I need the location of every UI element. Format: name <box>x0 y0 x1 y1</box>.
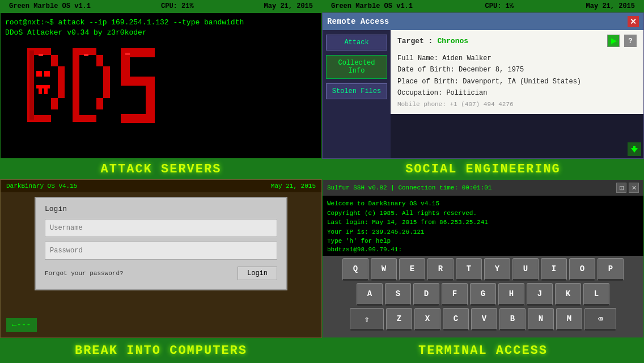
info-full-name: Full Name: Aiden Walker <box>397 53 637 64</box>
key-i[interactable]: I <box>541 258 567 281</box>
key-l[interactable]: L <box>583 283 609 306</box>
password-input[interactable] <box>45 242 277 260</box>
darkbinary-date: May 21, 2015 <box>271 183 316 189</box>
stolen-files-button[interactable]: Stolen Files <box>326 83 387 99</box>
ra-title: Remote Access <box>327 17 389 26</box>
key-o[interactable]: O <box>569 258 595 281</box>
keyboard: Q W E R T Y U I O P A S D F G H J K L <box>323 256 643 337</box>
keyboard-row-1: Q W E R T Y U I O P <box>327 258 639 281</box>
svg-rect-3 <box>51 55 58 66</box>
key-f[interactable]: F <box>442 283 468 306</box>
key-q[interactable]: Q <box>342 258 368 281</box>
key-v[interactable]: V <box>471 308 497 331</box>
key-e[interactable]: E <box>399 258 425 281</box>
break-into-computers-section-label: BREAK INTO COMPUTERS <box>0 338 322 363</box>
keyboard-row-2: A S D F G H J K L <box>327 283 639 306</box>
keyboard-row-3: ⇧ Z X C V B N M ⌫ <box>327 308 639 331</box>
svg-rect-20 <box>130 57 155 77</box>
svg-rect-22 <box>39 54 43 56</box>
svg-rect-14 <box>79 61 96 109</box>
svg-rect-17 <box>121 77 155 86</box>
remote-access-panel: Remote Access ✕ Attack Collected Info St… <box>322 12 644 159</box>
ra-close-button[interactable]: ✕ <box>628 16 639 27</box>
info-pob: Place of Birth: Davenport, IA (United St… <box>397 76 637 87</box>
break-into-computers-panel: DarkBinary OS v4.15 May 21, 2015 Login F… <box>0 179 322 338</box>
nav-forward-button[interactable]: ▶ <box>607 35 620 47</box>
key-x[interactable]: X <box>414 308 440 331</box>
key-y[interactable]: Y <box>484 258 510 281</box>
key-shift[interactable]: ⇧ <box>350 308 384 331</box>
svg-rect-11 <box>96 55 103 66</box>
terminal-subtitle: DDoS Attacker v0.34 by z3r0koder <box>5 28 317 38</box>
nav-help-button[interactable]: ? <box>624 35 637 47</box>
svg-rect-8 <box>73 48 79 122</box>
ssh-line-5: Type 'h' for help <box>327 237 639 246</box>
terminal-command: root@nxt:~$ attack --ip 169.254.1.132 --… <box>5 18 317 28</box>
ra-sidebar: Attack Collected Info Stolen Files <box>323 30 391 158</box>
key-r[interactable]: R <box>427 258 454 281</box>
os-label-left: Green Marble OS v1.1 <box>9 2 91 10</box>
key-backspace[interactable]: ⌫ <box>584 308 616 331</box>
ssh-prompt: bbdtzs1@98.99.79.41: <box>327 246 639 253</box>
key-u[interactable]: U <box>512 258 539 281</box>
target-value: Chronos <box>437 37 603 45</box>
login-button[interactable]: Login <box>238 267 277 280</box>
download-button[interactable] <box>628 142 641 156</box>
ssh-line-4: Your IP is: 239.245.26.121 <box>327 227 639 237</box>
ra-main-content: Target : Chronos ▶ ? Full Name: Aiden Wa… <box>391 30 643 114</box>
ssh-title: Sulfur SSH v0.82 | Connection time: 00:0… <box>327 184 492 191</box>
info-mobile: Mobile phone: +1 (407) 494 4276 <box>397 99 637 110</box>
attack-button[interactable]: Attack <box>326 35 387 50</box>
svg-rect-29 <box>44 88 48 94</box>
key-p[interactable]: P <box>598 258 624 281</box>
key-z[interactable]: Z <box>386 308 412 331</box>
target-label: Target : <box>397 37 433 45</box>
key-b[interactable]: B <box>499 308 526 331</box>
social-engineering-label: SOCIAL ENGINEERING <box>322 159 644 179</box>
ra-titlebar: Remote Access ✕ <box>323 13 643 30</box>
key-m[interactable]: M <box>556 308 582 331</box>
darkbinary-status-bar: DarkBinary OS v4.15 May 21, 2015 <box>1 180 321 192</box>
key-n[interactable]: N <box>528 308 554 331</box>
svg-rect-31 <box>633 146 635 149</box>
key-j[interactable]: J <box>527 283 553 306</box>
ssh-body: Welcome to DarkBinary OS v4.15 Copyright… <box>323 196 643 256</box>
date-label-left: May 21, 2015 <box>264 2 313 10</box>
login-window: Login Forgot your password? Login <box>35 197 287 290</box>
darkbinary-os: DarkBinary OS v4.15 <box>6 183 77 189</box>
login-title: Login <box>45 205 277 213</box>
svg-rect-16 <box>121 48 130 77</box>
attack-servers-label: ATTACK SERVERS <box>0 159 322 179</box>
key-c[interactable]: C <box>443 308 469 331</box>
key-t[interactable]: T <box>456 258 482 281</box>
info-dob: Date of Birth: December 8, 1975 <box>397 64 637 75</box>
collected-info-button[interactable]: Collected Info <box>326 55 387 79</box>
back-arrow-button[interactable]: ←--- <box>6 318 37 332</box>
ssh-line-1: Welcome to DarkBinary OS v4.15 <box>327 199 639 209</box>
key-a[interactable]: A <box>357 283 383 306</box>
date-label-right: May 21, 2015 <box>586 2 635 10</box>
info-occupation: Occupation: Politician <box>397 87 637 99</box>
ssh-close-button[interactable]: ✕ <box>629 183 639 193</box>
key-k[interactable]: K <box>555 283 581 306</box>
svg-rect-24 <box>125 53 130 55</box>
ssh-line-3: Last login: May 14, 2015 from 86.253.25.… <box>327 218 639 227</box>
svg-rect-12 <box>96 98 103 109</box>
svg-rect-21 <box>121 95 146 114</box>
cpu-label-right: CPU: 1% <box>485 2 514 10</box>
ssh-header: Sulfur SSH v0.82 | Connection time: 00:0… <box>323 180 643 196</box>
ssh-restore-button[interactable]: ⊡ <box>616 183 626 193</box>
ssh-line-2: Copyright (c) 1985. All rights reserved. <box>327 209 639 218</box>
svg-rect-23 <box>84 54 88 56</box>
key-d[interactable]: D <box>413 283 439 306</box>
key-s[interactable]: S <box>385 283 411 306</box>
svg-rect-27 <box>36 85 50 88</box>
key-h[interactable]: H <box>498 283 524 306</box>
svg-rect-19 <box>121 114 155 123</box>
svg-rect-13 <box>103 66 110 98</box>
key-w[interactable]: W <box>371 258 397 281</box>
status-bar-right: Green Marble OS v1.1 CPU: 1% May 21, 201… <box>322 0 644 12</box>
key-g[interactable]: G <box>470 283 496 306</box>
ddos-logo <box>5 38 317 133</box>
username-input[interactable] <box>45 219 277 237</box>
